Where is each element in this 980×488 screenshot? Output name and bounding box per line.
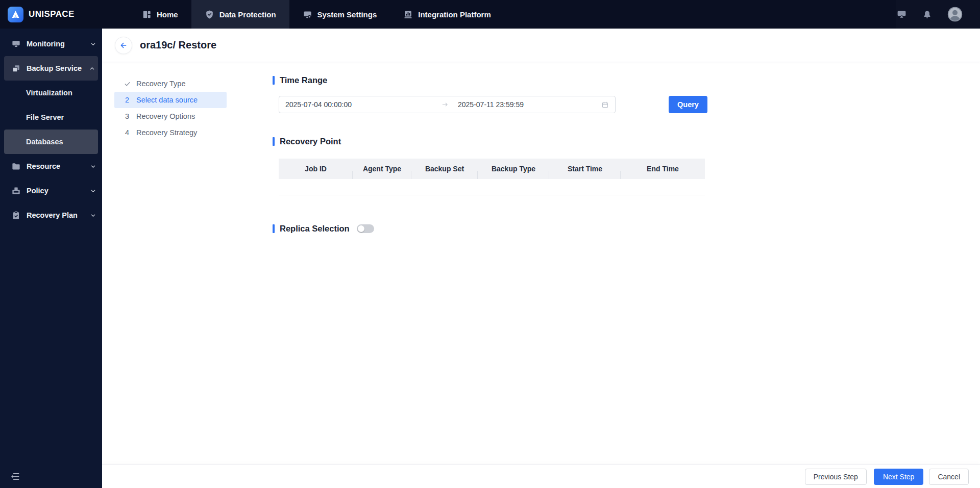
step-recovery-strategy[interactable]: 4 Recovery Strategy bbox=[114, 124, 227, 141]
sidebar-item-label: Recovery Plan bbox=[27, 211, 78, 219]
chevron-down-icon bbox=[90, 164, 96, 169]
range-arrow-icon bbox=[438, 101, 452, 108]
column-header-backup-type: Backup Type bbox=[478, 165, 549, 173]
bar-chart-icon bbox=[403, 10, 413, 19]
tab-label: Integration Platform bbox=[418, 10, 491, 19]
sidebar-item-label: Policy bbox=[27, 187, 48, 195]
sidebar-item-monitoring[interactable]: Monitoring bbox=[0, 32, 102, 56]
wizard-steps: Recovery Type 2 Select data source 3 Rec… bbox=[114, 75, 227, 234]
top-navbar: UNISPACE Home Data Protection bbox=[0, 0, 980, 29]
back-button[interactable] bbox=[115, 37, 132, 54]
sidebar-item-backup-service[interactable]: Backup Service bbox=[4, 56, 98, 81]
message-icon[interactable] bbox=[896, 9, 907, 20]
page-header: ora19c/ Restore bbox=[102, 29, 980, 62]
column-header-agent-type: Agent Type bbox=[353, 165, 411, 173]
airplay-icon bbox=[11, 39, 21, 49]
sidebar-item-label: Resource bbox=[27, 162, 60, 170]
arrow-left-icon bbox=[119, 41, 128, 49]
sidebar-item-label: Virtualization bbox=[26, 89, 72, 97]
step-number: 4 bbox=[124, 129, 131, 137]
time-range-title: Time Range bbox=[273, 75, 712, 85]
table-header-row: Job ID Agent Type Backup Set Backup Type… bbox=[279, 159, 705, 179]
nav-tabs: Home Data Protection System Settings bbox=[129, 0, 504, 29]
time-range-row: 2025-07-04 00:00:00 2025-07-11 23:59:59 … bbox=[279, 96, 712, 113]
collapse-sidebar-icon[interactable] bbox=[10, 472, 20, 481]
step-number: 2 bbox=[124, 96, 131, 104]
step-recovery-type[interactable]: Recovery Type bbox=[114, 75, 227, 92]
tab-label: Data Protection bbox=[219, 10, 276, 19]
next-step-button[interactable]: Next Step bbox=[874, 469, 923, 485]
column-header-backup-set: Backup Set bbox=[411, 165, 478, 173]
clipboard-check-icon bbox=[11, 211, 21, 220]
shield-icon bbox=[205, 10, 214, 19]
step-label: Recovery Options bbox=[136, 112, 195, 120]
column-header-job-id: Job ID bbox=[279, 165, 353, 173]
table-empty-body bbox=[279, 179, 705, 195]
toggle-knob bbox=[358, 225, 364, 232]
brand: UNISPACE bbox=[0, 0, 102, 29]
replica-selection-toggle[interactable] bbox=[357, 224, 374, 233]
form-column: Time Range 2025-07-04 00:00:00 2025-07-1… bbox=[273, 75, 712, 234]
chevron-up-icon bbox=[89, 66, 95, 71]
chevron-down-icon bbox=[90, 41, 96, 47]
page-title: ora19c/ Restore bbox=[140, 39, 216, 51]
previous-step-button[interactable]: Previous Step bbox=[805, 469, 867, 485]
monitor-icon bbox=[303, 10, 312, 19]
tab-system-settings[interactable]: System Settings bbox=[289, 0, 390, 29]
tab-home[interactable]: Home bbox=[129, 0, 191, 29]
tab-label: System Settings bbox=[317, 10, 377, 19]
end-datetime-field[interactable]: 2025-07-11 23:59:59 bbox=[458, 100, 601, 109]
step-label: Recovery Type bbox=[136, 80, 185, 88]
sidebar-item-label: File Server bbox=[26, 113, 64, 121]
step-select-data-source[interactable]: 2 Select data source bbox=[114, 92, 227, 108]
wizard-content: Recovery Type 2 Select data source 3 Rec… bbox=[102, 62, 980, 234]
sidebar-item-policy[interactable]: Policy bbox=[0, 178, 102, 203]
home-icon bbox=[142, 10, 152, 19]
unispace-logo-icon bbox=[8, 7, 23, 22]
calendar-icon[interactable] bbox=[601, 101, 609, 109]
start-datetime-field[interactable]: 2025-07-04 00:00:00 bbox=[285, 100, 438, 109]
sidebar-item-label: Databases bbox=[26, 138, 63, 146]
inbox-icon bbox=[11, 186, 21, 196]
chevron-down-icon bbox=[90, 213, 96, 218]
sidebar-item-resource[interactable]: Resource bbox=[0, 154, 102, 178]
tab-integration-platform[interactable]: Integration Platform bbox=[390, 0, 504, 29]
step-number: 3 bbox=[124, 112, 131, 120]
sidebar-footer bbox=[0, 465, 102, 488]
step-recovery-options[interactable]: 3 Recovery Options bbox=[114, 108, 227, 124]
tab-label: Home bbox=[157, 10, 178, 19]
replica-selection-section: Replica Selection bbox=[273, 224, 712, 234]
date-range-picker[interactable]: 2025-07-04 00:00:00 2025-07-11 23:59:59 bbox=[279, 96, 616, 113]
tab-data-protection[interactable]: Data Protection bbox=[191, 0, 289, 29]
replica-selection-title: Replica Selection bbox=[273, 224, 350, 234]
step-label: Recovery Strategy bbox=[136, 129, 197, 137]
footer-action-bar: Previous Step Next Step Cancel bbox=[102, 465, 980, 488]
sidebar: Monitoring Backup Service Virtualization… bbox=[0, 29, 102, 488]
bell-icon[interactable] bbox=[922, 10, 932, 19]
recovery-point-section: Recovery Point Job ID Agent Type Backup … bbox=[273, 137, 712, 195]
main-area: ora19c/ Restore Recovery Type 2 Select d… bbox=[102, 29, 980, 488]
recovery-point-title: Recovery Point bbox=[273, 137, 712, 146]
sidebar-item-databases[interactable]: Databases bbox=[4, 130, 98, 154]
folder-icon bbox=[11, 162, 21, 171]
sidebar-item-file-server[interactable]: File Server bbox=[0, 105, 102, 130]
copy-icon bbox=[11, 64, 21, 73]
sidebar-item-virtualization[interactable]: Virtualization bbox=[0, 81, 102, 105]
chevron-down-icon bbox=[90, 188, 96, 194]
cancel-button[interactable]: Cancel bbox=[929, 469, 969, 485]
column-header-start-time: Start Time bbox=[549, 165, 621, 173]
sidebar-item-label: Monitoring bbox=[27, 40, 65, 48]
query-button[interactable]: Query bbox=[669, 96, 707, 113]
avatar[interactable] bbox=[947, 7, 963, 22]
check-icon bbox=[124, 81, 131, 87]
recovery-point-table: Job ID Agent Type Backup Set Backup Type… bbox=[279, 159, 705, 195]
step-label: Select data source bbox=[136, 96, 198, 104]
column-header-end-time: End Time bbox=[621, 165, 705, 173]
sidebar-item-recovery-plan[interactable]: Recovery Plan bbox=[0, 203, 102, 227]
brand-name: UNISPACE bbox=[29, 9, 75, 19]
topbar-right bbox=[896, 0, 980, 29]
sidebar-item-label: Backup Service bbox=[27, 64, 82, 72]
